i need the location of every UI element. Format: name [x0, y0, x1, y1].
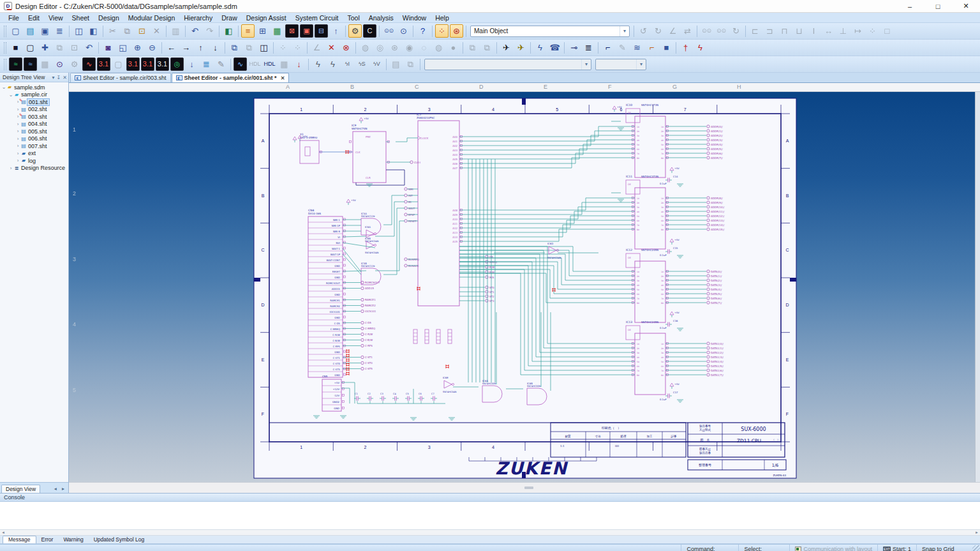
scroll-left-icon[interactable]: ◄: [1, 531, 5, 534]
find-button[interactable]: ⊙⊙: [382, 24, 396, 38]
delete-object-button[interactable]: ✕: [325, 41, 338, 54]
menu-design[interactable]: Design: [94, 13, 124, 23]
menu-edit[interactable]: Edit: [24, 13, 44, 23]
tab-scroll-arrows[interactable]: ◂ ▸: [54, 486, 68, 493]
save-button[interactable]: ▣: [38, 24, 52, 38]
menu-hierarchy[interactable]: Hierarchy: [179, 13, 217, 23]
fill-area-button[interactable]: ■: [660, 41, 673, 54]
sim-batch-button[interactable]: ϟ: [311, 57, 325, 71]
split-view-button[interactable]: ◧: [222, 24, 235, 38]
paste-button[interactable]: ⊡: [135, 24, 149, 38]
wire-corner-button[interactable]: ⌐: [601, 41, 614, 54]
sheet-list-button[interactable]: ▦: [271, 24, 284, 38]
net-highlight-button[interactable]: ⊛: [450, 24, 463, 38]
tab-design-view[interactable]: Design View: [1, 485, 40, 493]
tree-item-001-sht[interactable]: ›▤✎001.sht: [0, 98, 68, 106]
sim-current-button[interactable]: ϟI: [341, 57, 354, 71]
tree-item-004-sht[interactable]: ›▤004.sht: [0, 121, 68, 128]
sim-mode-select[interactable]: ▾: [595, 59, 646, 70]
expander-icon[interactable]: ›: [15, 107, 20, 112]
scroll-left-button[interactable]: ←: [165, 41, 178, 54]
pan-button[interactable]: ✚: [38, 41, 52, 54]
sim-signal-button[interactable]: ϟS: [355, 57, 369, 71]
probe-tool-button[interactable]: ✎: [214, 57, 228, 71]
parts-table-button[interactable]: ⊞: [256, 24, 269, 38]
menu-design-assist[interactable]: Design Assist: [242, 13, 291, 23]
new-file-button[interactable]: ▢: [9, 24, 22, 38]
delete-net-button[interactable]: ⊗: [339, 41, 353, 54]
meter-b-button[interactable]: 3.1: [126, 57, 140, 71]
analyze-search-button[interactable]: ⊙: [53, 57, 66, 71]
environment-settings-button[interactable]: ⚙: [348, 24, 362, 38]
print-preview-button[interactable]: ◧: [87, 24, 100, 38]
help-button[interactable]: ?: [416, 24, 429, 38]
undo-button[interactable]: ↶: [188, 24, 202, 38]
zoom-sheet-button[interactable]: ▢: [24, 41, 37, 54]
tree-item-design-resource[interactable]: ›≣Design Resource: [0, 165, 68, 172]
menu-modular-design[interactable]: Modular Design: [124, 13, 180, 23]
sheet-settings-button[interactable]: ⊟: [315, 24, 328, 38]
symbol-editor-button[interactable]: ⊠: [285, 24, 299, 38]
back-annotate-button[interactable]: ✈: [514, 41, 528, 54]
zoom-in-button[interactable]: ⊕: [131, 41, 144, 54]
wire-dash-button[interactable]: ≋: [630, 41, 644, 54]
wave-compare-button[interactable]: ∿: [234, 57, 247, 71]
snapshot-button[interactable]: ◙: [101, 41, 115, 54]
panel-pin-icon[interactable]: ↧: [57, 75, 61, 80]
scroll-right-icon[interactable]: ►: [975, 531, 979, 534]
batch-update-button[interactable]: ϟ: [533, 41, 547, 54]
tree-item-003-sht[interactable]: ›▤✎003.sht: [0, 113, 68, 121]
maximize-button[interactable]: □: [924, 0, 952, 13]
meter-a-button[interactable]: 3.1: [97, 57, 110, 71]
wire-add-button[interactable]: ⌐: [645, 41, 658, 54]
expander-icon[interactable]: ⌄: [1, 84, 6, 90]
copy-button[interactable]: ⧉: [121, 24, 134, 38]
tree-item-sample-sdm[interactable]: ⌄▰sample.sdm: [0, 84, 68, 91]
window-next-button[interactable]: ⧉: [228, 41, 241, 54]
menu-system-circuit[interactable]: System Circuit: [291, 13, 343, 23]
console-hscrollbar[interactable]: ◄ ►: [0, 530, 980, 536]
close-tab-icon[interactable]: ✕: [281, 75, 285, 81]
sim-run-button[interactable]: ϟ: [326, 57, 339, 71]
panel-close-icon[interactable]: ✕: [63, 75, 67, 80]
doc-tab-inactive[interactable]: ◧Sheet Editor - sample.cir/003.sht: [70, 73, 171, 82]
circuit-editor-button[interactable]: ▣: [300, 24, 313, 38]
net-ripper-button[interactable]: ϟ: [694, 41, 707, 54]
expander-icon[interactable]: ›: [15, 143, 20, 149]
forward-annotate-button[interactable]: ✈: [500, 41, 513, 54]
tree-item-ext[interactable]: ›▰ext: [0, 150, 68, 158]
meter-d-button[interactable]: 3.1: [156, 57, 169, 71]
cut-button[interactable]: ✂: [106, 24, 119, 38]
expander-icon[interactable]: ⌄: [8, 92, 13, 98]
console-tab-updated-symbol-log[interactable]: Updated Symbol Log: [89, 536, 149, 543]
expander-icon[interactable]: ›: [15, 158, 20, 163]
status-snap[interactable]: Snap to Grid: [916, 545, 971, 551]
expander-icon[interactable]: ›: [15, 151, 20, 156]
panel-menu-icon[interactable]: ▾: [52, 75, 55, 80]
tree-item-005-sht[interactable]: ›▤005.sht: [0, 128, 68, 135]
delete-button[interactable]: ✕: [150, 24, 163, 38]
console-tab-message[interactable]: Message: [3, 536, 36, 543]
schematic-canvas[interactable]: 1234511223344567AABBCCDDEEFFX1EXO-3-05MH…: [69, 92, 980, 482]
save-all-button[interactable]: ≣: [53, 24, 66, 38]
menu-analysis[interactable]: Analysis: [364, 13, 398, 23]
open-design-button[interactable]: ▤: [24, 24, 37, 38]
update-sheet-button[interactable]: ↑: [329, 24, 343, 38]
expander-icon[interactable]: ›: [15, 136, 20, 142]
menu-view[interactable]: View: [44, 13, 68, 23]
main-object-select[interactable]: Main Object▾: [470, 26, 630, 37]
window-capture-button[interactable]: ◫: [257, 41, 271, 54]
wave-red-button[interactable]: ∿: [82, 57, 96, 71]
sim-wave-blue-button[interactable]: ≈: [24, 57, 37, 71]
pin-stack-button[interactable]: ≣: [582, 41, 595, 54]
doc-tab-active[interactable]: ◧Sheet Editor - sample.cir/001.sht *✕: [172, 73, 290, 82]
chip-update-button[interactable]: ↓: [292, 57, 306, 71]
tree-item-006-sht[interactable]: ›▤006.sht: [0, 135, 68, 143]
scroll-right-button[interactable]: →: [179, 41, 193, 54]
sim-wave-green-button[interactable]: ≈: [9, 57, 22, 71]
zoom-out-button[interactable]: ⊖: [145, 41, 159, 54]
import-chip-button[interactable]: ↓: [185, 57, 198, 71]
vertical-scrollbar[interactable]: [975, 92, 980, 482]
plug-check-button[interactable]: ⊸: [567, 41, 581, 54]
console-tab-warning[interactable]: Warning: [58, 536, 88, 543]
